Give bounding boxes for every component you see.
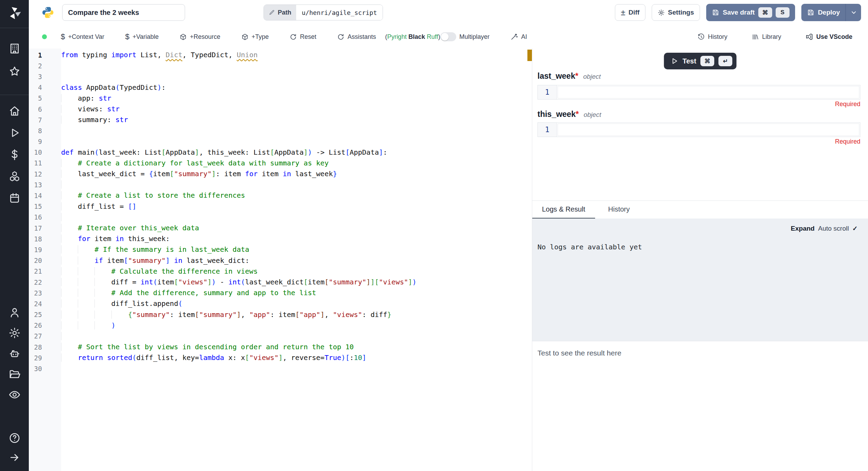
audit-eye-icon[interactable] [0, 388, 29, 401]
code-line[interactable]: 7 summary: str [29, 114, 521, 125]
resources-boxes-icon[interactable] [0, 170, 29, 183]
header-actions: ± Diff Settings Save draft ⌘ S [615, 4, 868, 21]
workspace-building-icon[interactable] [0, 42, 29, 55]
code-line[interactable]: 24 diff_list.append( [29, 298, 521, 309]
deploy-button[interactable]: Deploy [801, 4, 861, 21]
code-line[interactable]: 29 return sorted(diff_list, key=lambda x… [29, 352, 521, 363]
folders-icon[interactable] [0, 368, 29, 380]
script-path-chip[interactable]: Path u/henri/agile_script [264, 5, 383, 20]
expand-button[interactable]: Expand [791, 225, 815, 232]
settings-button[interactable]: Settings [652, 4, 700, 21]
chevron-down-icon[interactable] [850, 9, 858, 16]
code-line[interactable]: 25 {"summary": item["summary"], "app": i… [29, 309, 521, 320]
add-type-button[interactable]: +Type [241, 33, 269, 41]
multiplayer-toggle[interactable] [440, 32, 456, 41]
code-line[interactable]: 22 diff = int(item["views"]) - int(last_… [29, 277, 521, 288]
runs-play-icon[interactable] [0, 127, 29, 139]
kbd-s: S [776, 7, 790, 18]
lint-status: (Pyright Black Ruff) [385, 33, 440, 41]
code-line[interactable]: 19 # If the summary is in last_week data [29, 244, 521, 255]
test-button[interactable]: Test ⌘ ↵ [664, 53, 737, 69]
home-icon[interactable] [0, 105, 29, 117]
code-line[interactable]: 28 # Sort the list by views in descendin… [29, 342, 521, 352]
code-line[interactable]: 6 views: str [29, 104, 521, 114]
code-line[interactable]: 8 [29, 125, 521, 136]
required-asterisk: * [575, 71, 578, 80]
tab-logs-result[interactable]: Logs & Result [532, 201, 595, 219]
use-vscode-button[interactable]: Use VScode [806, 33, 852, 41]
code-lines[interactable]: 1from typing import List, Dict, TypedDic… [29, 50, 521, 374]
input-line-number: 1 [538, 123, 557, 137]
line-number: 12 [29, 170, 61, 178]
code-editor[interactable]: 1from typing import List, Dict, TypedDic… [29, 49, 521, 471]
code-line[interactable]: 14 # Create a list to store the differen… [29, 190, 521, 201]
code-line[interactable]: 18 for item in this_week: [29, 233, 521, 244]
line-number: 9 [29, 138, 61, 145]
collapse-arrow-right-icon[interactable] [0, 452, 29, 463]
toggle-knob [441, 33, 449, 41]
add-context-var-button[interactable]: $ +Context Var [61, 33, 104, 41]
path-label: Path [278, 9, 291, 16]
code-line[interactable]: 16 [29, 212, 521, 223]
settings-gear-icon[interactable] [0, 327, 29, 339]
warning-marker [527, 50, 532, 61]
add-variable-button[interactable]: $ +Variable [125, 33, 158, 41]
workers-robot-icon[interactable] [0, 348, 29, 360]
favorites-star-icon[interactable] [0, 65, 29, 78]
reset-button[interactable]: Reset [290, 33, 316, 41]
history-clock-icon [698, 33, 705, 41]
code-line[interactable]: 30 [29, 363, 521, 374]
add-resource-button[interactable]: +Resource [180, 33, 220, 41]
code-line[interactable]: 17 # Iterate over this_week data [29, 223, 521, 233]
script-title-input[interactable] [62, 4, 185, 21]
code-line[interactable]: 1from typing import List, Dict, TypedDic… [29, 50, 521, 60]
code-line[interactable]: 9 [29, 136, 521, 147]
package-icon [180, 33, 187, 41]
panel-resize-handle[interactable] [521, 49, 532, 471]
library-icon [752, 33, 759, 41]
code-line[interactable]: 11 # Create a dictionary for last_week d… [29, 158, 521, 169]
this-week-input[interactable]: 1 [537, 122, 860, 137]
assistants-button[interactable]: Assistants [337, 33, 376, 41]
code-line[interactable]: 4class AppData(TypedDict): [29, 82, 521, 93]
input-line[interactable] [558, 86, 859, 99]
autoscroll-label[interactable]: Auto scroll [818, 225, 849, 232]
arg-label-this-week: this_week* object [537, 110, 601, 119]
code-line[interactable]: 15 diff_list = [] [29, 201, 521, 212]
check-icon[interactable]: ✓ [852, 225, 858, 232]
help-icon[interactable] [0, 432, 29, 444]
windmill-logo-icon[interactable] [0, 6, 29, 20]
code-line[interactable]: 3 [29, 71, 521, 82]
code-line[interactable]: 5 app: str [29, 93, 521, 104]
code-line[interactable]: 2 [29, 60, 521, 71]
line-number: 23 [29, 289, 61, 297]
input-line-number: 1 [538, 85, 557, 99]
variables-dollar-icon[interactable] [0, 148, 29, 161]
ai-button[interactable]: AI [510, 33, 527, 41]
last-week-input[interactable]: 1 [537, 85, 860, 100]
no-logs-message: No logs are available yet [537, 243, 642, 251]
line-number: 29 [29, 354, 61, 362]
input-line[interactable] [558, 123, 859, 136]
code-line[interactable]: 27 [29, 331, 521, 342]
users-person-icon[interactable] [0, 306, 29, 319]
code-line[interactable]: 20 if item["summary"] in last_week_dict: [29, 255, 521, 266]
line-number: 15 [29, 203, 61, 210]
library-button[interactable]: Library [752, 33, 781, 41]
history-button[interactable]: History [698, 33, 727, 41]
code-line[interactable]: 10def main(last_week: List[AppData], thi… [29, 147, 521, 158]
schedules-calendar-icon[interactable] [0, 192, 29, 204]
code-line[interactable]: 23 # Add the difference, summary and app… [29, 288, 521, 298]
code-line[interactable]: 26 ) [29, 320, 521, 331]
code-line[interactable]: 21 # Calculate the difference in views [29, 266, 521, 277]
logs-options: Expand Auto scroll ✓ [791, 225, 858, 232]
diff-button[interactable]: ± Diff [615, 4, 645, 21]
code-line[interactable]: 12 last_week_dict = {item["summary"]: it… [29, 169, 521, 179]
save-draft-button[interactable]: Save draft ⌘ S [706, 4, 795, 21]
code-line[interactable]: 13 [29, 179, 521, 190]
arg-name: last_week* [537, 71, 578, 81]
play-icon [670, 57, 678, 65]
tab-history[interactable]: History [599, 201, 640, 219]
line-number: 2 [29, 62, 61, 70]
kbd-cmd: ⌘ [758, 7, 772, 18]
